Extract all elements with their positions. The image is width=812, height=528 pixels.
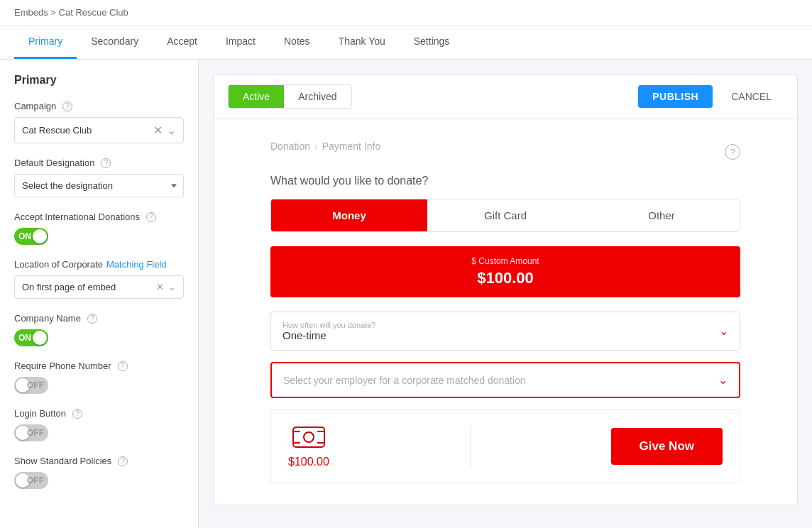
frequency-chevron-icon: ⌄ [719, 324, 728, 338]
give-divider [470, 425, 471, 468]
intl-toggle-knob [33, 229, 47, 243]
campaign-label: Campaign ? [14, 101, 184, 111]
sidebar: Primary Campaign ? Cat Rescue Club ✕ ⌄ D… [0, 60, 199, 528]
breadcrumb-arrow: › [314, 141, 318, 152]
money-icon [292, 424, 326, 450]
intl-donations-label: Accept International Donations ? [14, 211, 184, 222]
login-toggle-row: OFF [14, 424, 184, 441]
cancel-button[interactable]: CANCEL [720, 85, 783, 108]
phone-toggle[interactable]: OFF [14, 377, 48, 394]
status-tabs: Active Archived [228, 84, 352, 109]
breadcrumb-donation: Donation [270, 141, 310, 152]
tab-secondary[interactable]: Secondary [77, 26, 153, 59]
designation-group: Default Designation ? Select the designa… [14, 158, 184, 197]
embed-preview: Donation › Payment Info ? What would you… [214, 119, 797, 505]
phone-group: Require Phone Number ? OFF [14, 361, 184, 394]
designation-help-icon[interactable]: ? [101, 158, 111, 168]
give-left: $100.00 [288, 424, 329, 468]
status-active-tab[interactable]: Active [229, 85, 284, 108]
location-label: Location of Corporate Matching Field [14, 259, 184, 270]
breadcrumb: Embeds > Cat Rescue Club [0, 0, 812, 26]
frequency-sublabel: How often will you donate? [282, 321, 375, 329]
intl-help-icon[interactable]: ? [146, 212, 156, 222]
campaign-group: Campaign ? Cat Rescue Club ✕ ⌄ [14, 101, 184, 143]
login-button-group: Login Button ? OFF [14, 408, 184, 441]
employer-text: Select your employer for a corporate mat… [283, 375, 526, 386]
campaign-select-icons: ✕ ⌄ [153, 123, 176, 137]
publish-button[interactable]: PUBLISH [638, 85, 713, 108]
tab-settings[interactable]: Settings [400, 26, 464, 59]
phone-toggle-label: OFF [27, 380, 44, 390]
breadcrumb-current: Cat Rescue Club [59, 7, 128, 18]
designation-select-wrapper: Select the designation [14, 174, 184, 197]
login-toggle[interactable]: OFF [14, 424, 48, 441]
clear-icon[interactable]: ✕ [153, 123, 163, 137]
chevron-down-icon[interactable]: ⌄ [167, 123, 176, 137]
donation-breadcrumb: Donation › Payment Info [270, 141, 380, 152]
intl-donations-group: Accept International Donations ? ON [14, 211, 184, 245]
phone-label: Require Phone Number ? [14, 361, 184, 371]
tab-primary[interactable]: Primary [14, 26, 77, 59]
status-archived-tab[interactable]: Archived [284, 85, 351, 108]
tab-notes[interactable]: Notes [270, 26, 324, 59]
policies-toggle-row: OFF [14, 472, 184, 489]
tab-giftcard[interactable]: Gift Card [427, 199, 583, 231]
donation-type-tabs: Money Gift Card Other [270, 199, 740, 232]
campaign-select[interactable]: Cat Rescue Club ✕ ⌄ [14, 117, 184, 143]
designation-select[interactable]: Select the designation [14, 174, 184, 197]
give-now-button[interactable]: Give Now [611, 428, 723, 465]
frequency-inner: How often will you donate? One-time [282, 321, 375, 341]
location-icons: ✕ ⌄ [156, 282, 176, 292]
intl-toggle-row: ON [14, 228, 184, 245]
svg-point-1 [304, 432, 314, 442]
campaign-value: Cat Rescue Club [22, 125, 92, 136]
designation-label: Default Designation ? [14, 158, 184, 168]
login-button-label: Login Button ? [14, 408, 184, 419]
phone-toggle-row: OFF [14, 377, 184, 394]
breadcrumb-separator: > [50, 7, 56, 18]
location-clear-icon[interactable]: ✕ [156, 282, 164, 292]
embed-help-icon[interactable]: ? [725, 144, 740, 160]
company-name-group: Company Name ? ON [14, 313, 184, 346]
tab-thankyou[interactable]: Thank You [324, 26, 400, 59]
company-name-toggle-knob [33, 331, 47, 345]
campaign-help-icon[interactable]: ? [62, 101, 72, 111]
tab-impact[interactable]: Impact [212, 26, 270, 59]
content-panel: Active Archived PUBLISH CANCEL Donation … [213, 74, 798, 505]
svg-rect-0 [293, 427, 324, 447]
panel-header: Active Archived PUBLISH CANCEL [214, 75, 797, 119]
policies-help-icon[interactable]: ? [118, 456, 128, 466]
login-help-icon[interactable]: ? [72, 409, 82, 419]
frequency-value: One-time [282, 329, 375, 341]
amount-block[interactable]: Custom Amount $100.00 [270, 246, 740, 297]
intl-toggle[interactable]: ON [14, 228, 48, 245]
tab-money[interactable]: Money [271, 199, 427, 231]
tab-other[interactable]: Other [583, 199, 740, 231]
amount-value: $100.00 [280, 269, 730, 287]
give-block: $100.00 Give Now [270, 409, 740, 483]
location-label-blue: Matching Field [106, 259, 167, 270]
company-name-help-icon[interactable]: ? [87, 314, 97, 324]
breadcrumb-payment: Payment Info [322, 141, 381, 152]
content-area: Active Archived PUBLISH CANCEL Donation … [199, 60, 812, 528]
location-group: Location of Corporate Matching Field On … [14, 259, 184, 299]
company-name-toggle-row: ON [14, 329, 184, 346]
donation-question: What would you like to donate? [270, 175, 740, 187]
employer-block[interactable]: Select your employer for a corporate mat… [270, 362, 740, 398]
policies-toggle[interactable]: OFF [14, 472, 48, 489]
phone-help-icon[interactable]: ? [118, 361, 128, 371]
policies-label: Show Standard Policies ? [14, 456, 184, 466]
amount-label: Custom Amount [280, 256, 730, 266]
give-amount: $100.00 [288, 456, 329, 468]
location-select[interactable]: On first page of embed ✕ ⌄ [14, 275, 184, 299]
policies-group: Show Standard Policies ? OFF [14, 456, 184, 489]
tab-accept[interactable]: Accept [153, 26, 212, 59]
location-chevron-icon[interactable]: ⌄ [168, 282, 176, 292]
breadcrumb-parent[interactable]: Embeds [14, 7, 48, 18]
location-value: On first page of embed [22, 282, 116, 292]
company-name-toggle[interactable]: ON [14, 329, 48, 346]
panel-actions: PUBLISH CANCEL [638, 85, 783, 108]
frequency-block[interactable]: How often will you donate? One-time ⌄ [270, 312, 740, 351]
policies-toggle-label: OFF [27, 475, 44, 485]
employer-chevron-icon: ⌄ [718, 373, 728, 387]
